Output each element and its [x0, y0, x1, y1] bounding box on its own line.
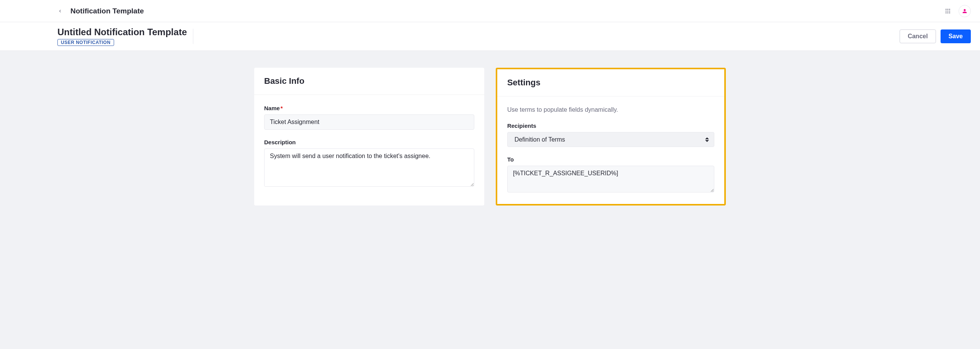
basic-info-card: Basic Info Name* Description System will… — [254, 68, 484, 205]
breadcrumb-title: Notification Template — [70, 7, 144, 15]
svg-point-5 — [949, 10, 950, 11]
svg-point-7 — [947, 12, 949, 13]
card-header: Basic Info — [254, 68, 484, 95]
page-title: Untitled Notification Template — [57, 27, 187, 38]
top-bar: Notification Template — [0, 0, 980, 22]
cancel-button[interactable]: Cancel — [900, 29, 936, 43]
settings-card: Settings Use terms to populate fields dy… — [496, 68, 726, 205]
recipients-select-wrap: Definition of Terms — [507, 132, 714, 147]
to-textarea[interactable]: [%TICKET_R_ASSIGNEE_USERID%] — [507, 166, 714, 192]
svg-point-3 — [946, 10, 947, 11]
name-input[interactable] — [264, 114, 474, 130]
svg-point-1 — [947, 9, 949, 10]
svg-point-2 — [949, 9, 950, 10]
notification-type-badge: USER NOTIFICATION — [57, 39, 114, 46]
settings-title: Settings — [507, 78, 714, 88]
to-form-group: To [%TICKET_R_ASSIGNEE_USERID%] — [507, 156, 714, 194]
description-textarea[interactable]: System will send a user notification to … — [264, 148, 474, 187]
sub-title-wrap: Untitled Notification Template USER NOTI… — [57, 27, 187, 46]
main-content: Basic Info Name* Description System will… — [189, 51, 791, 222]
settings-hint: Use terms to populate fields dynamically… — [507, 106, 714, 113]
apps-grid-icon[interactable] — [945, 8, 951, 14]
recipients-label: Recipients — [507, 122, 714, 129]
required-indicator: * — [281, 105, 283, 111]
user-icon — [962, 8, 968, 14]
back-icon[interactable] — [57, 8, 63, 14]
top-bar-right — [945, 5, 971, 17]
card-body: Name* Description System will send a use… — [254, 95, 484, 198]
svg-point-4 — [947, 10, 949, 11]
svg-point-6 — [946, 12, 947, 13]
svg-point-0 — [946, 9, 947, 10]
description-label: Description — [264, 139, 474, 145]
sub-header: Untitled Notification Template USER NOTI… — [0, 22, 980, 51]
divider — [193, 29, 193, 44]
basic-info-title: Basic Info — [264, 76, 474, 86]
recipients-form-group: Recipients Definition of Terms — [507, 122, 714, 147]
top-bar-left: Notification Template — [57, 7, 144, 15]
save-button[interactable]: Save — [941, 29, 971, 43]
to-label: To — [507, 156, 714, 163]
user-avatar[interactable] — [959, 5, 971, 17]
description-form-group: Description System will send a user noti… — [264, 139, 474, 188]
name-form-group: Name* — [264, 105, 474, 130]
recipients-select[interactable]: Definition of Terms — [507, 132, 714, 147]
action-buttons: Cancel Save — [900, 29, 971, 43]
card-header: Settings — [497, 69, 724, 96]
card-body: Use terms to populate fields dynamically… — [497, 96, 724, 204]
name-label: Name* — [264, 105, 474, 111]
svg-point-8 — [949, 12, 950, 13]
name-label-text: Name — [264, 105, 280, 111]
